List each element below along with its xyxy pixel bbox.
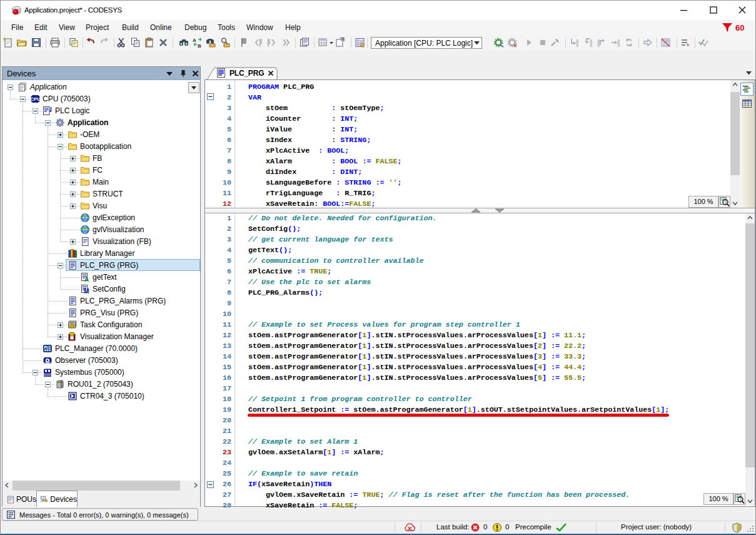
svg-text:PLC: PLC [44, 345, 51, 349]
svg-text:A: A [84, 276, 89, 282]
svg-text:CPU: CPU [31, 96, 41, 102]
svg-text:M: M [84, 288, 89, 294]
svg-text:B: B [198, 43, 201, 48]
svg-text:A: A [193, 38, 196, 43]
